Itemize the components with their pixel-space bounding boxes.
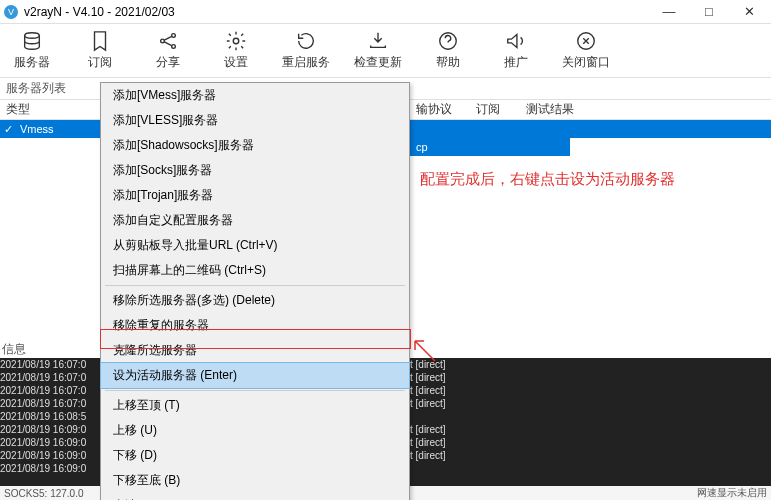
toolbar-share[interactable]: 分享 <box>146 30 190 71</box>
menu-remove-selected[interactable]: 移除所选服务器(多选) (Delete) <box>101 288 409 313</box>
menu-add-vmess[interactable]: 添加[VMess]服务器 <box>101 83 409 108</box>
annotation-arrow-icon <box>410 336 440 366</box>
toolbar-restart[interactable]: 重启服务 <box>282 30 330 71</box>
active-check-icon: ✓ <box>0 123 16 136</box>
toolbar-promote[interactable]: 推广 <box>494 30 538 71</box>
svg-point-1 <box>161 39 165 43</box>
toolbar-close[interactable]: 关闭窗口 <box>562 30 610 71</box>
status-speed: 网速显示未启用 <box>697 486 767 500</box>
minimize-button[interactable]: — <box>659 4 679 19</box>
toolbar-server[interactable]: 服务器 <box>10 30 54 71</box>
menu-move-top[interactable]: 上移至顶 (T) <box>101 393 409 418</box>
menu-move-bottom[interactable]: 下移至底 (B) <box>101 468 409 493</box>
menu-remove-dup[interactable]: 移除重复的服务器 <box>101 313 409 338</box>
col-sub[interactable]: 订阅 <box>470 101 520 118</box>
menu-add-socks[interactable]: 添加[Socks]服务器 <box>101 158 409 183</box>
toolbar-help[interactable]: 帮助 <box>426 30 470 71</box>
toolbar-settings[interactable]: 设置 <box>214 30 258 71</box>
svg-point-2 <box>172 34 176 38</box>
col-protocol[interactable]: 输协议 <box>410 101 470 118</box>
window-title: v2rayN - V4.10 - 2021/02/03 <box>24 5 175 19</box>
menu-separator <box>105 285 405 286</box>
col-type[interactable]: 类型 <box>0 101 100 118</box>
svg-point-4 <box>233 38 239 44</box>
menu-add-trojan[interactable]: 添加[Trojan]服务器 <box>101 183 409 208</box>
menu-import-url[interactable]: 从剪贴板导入批量URL (Ctrl+V) <box>101 233 409 258</box>
menu-select-all[interactable]: 全选 (Ctrl+A) <box>101 493 409 500</box>
menu-clone[interactable]: 克隆所选服务器 <box>101 338 409 363</box>
toolbar-update[interactable]: 检查更新 <box>354 30 402 71</box>
col-test[interactable]: 测试结果 <box>520 101 640 118</box>
svg-point-0 <box>25 33 40 39</box>
toolbar: 服务器 订阅 分享 设置 重启服务 检查更新 帮助 推广 关闭窗口 <box>0 24 771 78</box>
info-panel-label: 信息 <box>2 341 26 358</box>
svg-point-3 <box>172 45 176 49</box>
toolbar-subscribe[interactable]: 订阅 <box>78 30 122 71</box>
menu-add-ss[interactable]: 添加[Shadowsocks]服务器 <box>101 133 409 158</box>
server-type-cell: Vmess <box>16 123 54 135</box>
close-button[interactable]: ✕ <box>739 4 759 19</box>
server-protocol-cell: cp <box>410 138 570 156</box>
menu-add-vless[interactable]: 添加[VLESS]服务器 <box>101 108 409 133</box>
menu-scan-qr[interactable]: 扫描屏幕上的二维码 (Ctrl+S) <box>101 258 409 283</box>
app-icon: V <box>4 5 18 19</box>
menu-set-active[interactable]: 设为活动服务器 (Enter) <box>100 362 410 389</box>
menu-move-up[interactable]: 上移 (U) <box>101 418 409 443</box>
titlebar: V v2rayN - V4.10 - 2021/02/03 — □ ✕ <box>0 0 771 24</box>
status-socks: SOCKS5: 127.0.0 <box>4 488 84 499</box>
menu-separator <box>105 390 405 391</box>
context-menu: 添加[VMess]服务器 添加[VLESS]服务器 添加[Shadowsocks… <box>100 82 410 500</box>
annotation-text: 配置完成后，右键点击设为活动服务器 <box>420 170 675 189</box>
maximize-button[interactable]: □ <box>699 4 719 19</box>
menu-add-custom[interactable]: 添加自定义配置服务器 <box>101 208 409 233</box>
menu-move-down[interactable]: 下移 (D) <box>101 443 409 468</box>
